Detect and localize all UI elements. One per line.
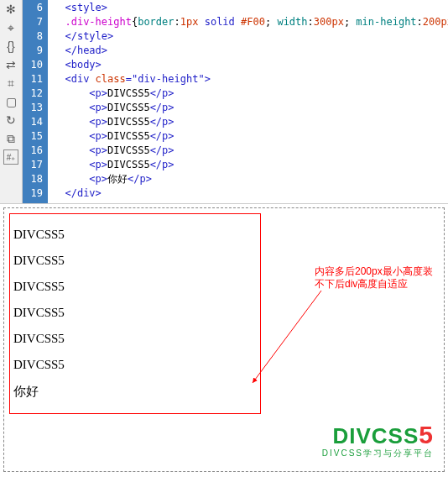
line-number: 17 <box>23 158 43 172</box>
code-line[interactable]: <p>DIVCSS5</p> <box>53 144 448 158</box>
line-number: 12 <box>23 86 43 101</box>
editor-toolbar: ✻ ⌖ {} ⇄ ⌗ ▢ ↻ ⧉ #₊ <box>0 0 23 203</box>
line-number: 19 <box>23 186 43 201</box>
line-number: 10 <box>23 58 43 72</box>
arrow-icon <box>247 274 331 391</box>
code-line[interactable]: <p>DIVCSS5</p> <box>53 158 448 172</box>
line-number: 16 <box>23 144 43 158</box>
line-number: 9 <box>23 44 43 58</box>
code-line[interactable]: <p>DIVCSS5</p> <box>53 129 448 144</box>
gear-icon[interactable]: ✻ <box>3 2 18 17</box>
code-line[interactable]: <p>你好</p> <box>53 172 448 186</box>
preview-pane: DIVCSS5DIVCSS5DIVCSS5DIVCSS5DIVCSS5DIVCS… <box>3 207 445 472</box>
annotation-text: 内容多后200px最小高度装 不下后div高度自适应 <box>315 265 433 291</box>
logo-main: DIVCSS5 <box>322 421 434 449</box>
line-number: 13 <box>23 101 43 115</box>
link-icon[interactable]: ⧉ <box>3 131 18 146</box>
preview-paragraph: DIVCSS5 <box>13 358 257 372</box>
line-number: 14 <box>23 115 43 129</box>
preview-paragraph: 你好 <box>13 384 257 400</box>
code-line[interactable]: <style> <box>53 1 448 15</box>
logo-part1: DIV <box>333 423 372 448</box>
code-editor-pane: ✻ ⌖ {} ⇄ ⌗ ▢ ↻ ⧉ #₊ 67891011121314151617… <box>0 0 448 204</box>
preview-paragraph: DIVCSS5 <box>13 332 257 346</box>
logo-part3: 5 <box>419 421 434 448</box>
preview-paragraph: DIVCSS5 <box>13 254 257 268</box>
line-number: 15 <box>23 129 43 144</box>
div-height-box: DIVCSS5DIVCSS5DIVCSS5DIVCSS5DIVCSS5DIVCS… <box>9 213 261 414</box>
logo-part2: CSS <box>372 423 419 448</box>
swap-icon[interactable]: ⇄ <box>3 57 18 72</box>
hash-icon[interactable]: ⌗ <box>3 76 18 91</box>
line-number: 7 <box>23 15 43 29</box>
preview-paragraph: DIVCSS5 <box>13 306 257 320</box>
svg-line-0 <box>253 291 321 383</box>
line-number: 18 <box>23 172 43 186</box>
code-line[interactable]: </style> <box>53 29 448 44</box>
bracket-plus-icon[interactable]: #₊ <box>3 149 18 165</box>
line-number: 11 <box>23 72 43 86</box>
code-area[interactable]: <style> .div-height{border:1px solid #F0… <box>48 0 448 203</box>
annotation-line1: 内容多后200px最小高度装 <box>315 265 433 277</box>
logo-subtitle: DIVCSS学习与分享平台 <box>322 448 434 459</box>
code-line[interactable]: </div> <box>53 186 448 201</box>
line-number: 8 <box>23 29 43 44</box>
code-line[interactable]: <p>DIVCSS5</p> <box>53 86 448 101</box>
code-line[interactable]: .div-height{border:1px solid #F00; width… <box>53 15 448 29</box>
file-icon[interactable]: ▢ <box>3 94 18 109</box>
logo: DIVCSS5 DIVCSS学习与分享平台 <box>322 421 434 459</box>
reload-icon[interactable]: ↻ <box>3 113 18 128</box>
preview-paragraph: DIVCSS5 <box>13 280 257 294</box>
target-icon[interactable]: ⌖ <box>3 20 18 35</box>
code-line[interactable]: <body> <box>53 58 448 72</box>
code-line[interactable]: <p>DIVCSS5</p> <box>53 101 448 115</box>
line-number-gutter: 678910111213141516171819 <box>23 0 48 203</box>
code-line[interactable]: </head> <box>53 44 448 58</box>
preview-paragraph: DIVCSS5 <box>13 228 257 242</box>
code-line[interactable]: <div class="div-height"> <box>53 72 448 86</box>
line-number: 6 <box>23 1 43 15</box>
code-line[interactable]: <p>DIVCSS5</p> <box>53 115 448 129</box>
braces-icon[interactable]: {} <box>3 39 18 54</box>
